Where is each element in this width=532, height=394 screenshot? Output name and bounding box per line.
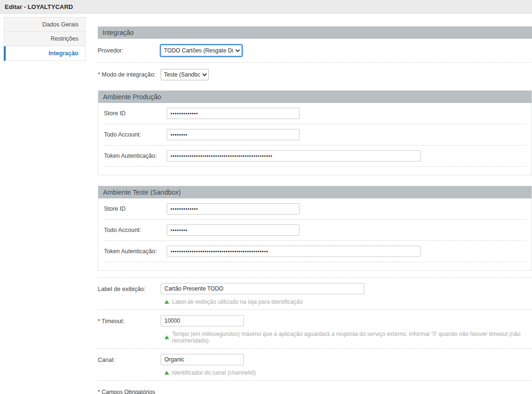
teste-todo-account-input[interactable] <box>167 224 300 236</box>
teste-token-row: Token Autenticação: <box>104 241 526 262</box>
teste-todo-account-row: Todo Account: <box>104 220 526 241</box>
producao-store-id-input[interactable] <box>167 108 300 119</box>
producao-todo-account-row: Todo Account: <box>104 124 526 146</box>
sidebar-item-integracao[interactable]: Integração <box>4 46 86 61</box>
producao-todo-account-label: Todo Account: <box>104 131 167 138</box>
panel-producao-header: Ambiente Produção <box>98 91 532 103</box>
panel-teste-header: Ambiente Teste (Sandbox) <box>98 186 532 198</box>
label-exibicao-row: Label de exibição: Label de exibição uti… <box>98 277 532 310</box>
timeout-control: Tempo (em milissegundos) máximo que a ap… <box>161 315 532 344</box>
topbar: Editar - LOYALTYCARD <box>0 0 532 14</box>
canal-hint-text: Identificador do canal (channelId) <box>172 369 256 376</box>
modo-integracao-label: * Modo de integração: <box>98 71 161 78</box>
canal-row: Canal: Identificador do canal (channelId… <box>98 349 532 381</box>
timeout-hint-text: Tempo (em milissegundos) máximo que a ap… <box>172 331 532 344</box>
producao-store-id-label: Store ID <box>104 110 167 117</box>
producao-token-row: Token Autenticação: <box>104 146 526 167</box>
canal-control: Identificador do canal (channelId) <box>161 354 256 376</box>
provedor-select[interactable]: TODO Cartões (Resgate Digital) <box>161 45 242 56</box>
canal-input[interactable] <box>161 354 244 365</box>
provedor-label: Provedor: <box>98 47 161 54</box>
label-exibicao-label: Label de exibição: <box>98 283 161 292</box>
panel-producao-body: Store ID Todo Account: Token Autenticaçã… <box>98 103 532 175</box>
panel-teste-body: Store ID Todo Account: Token Autenticaçã… <box>98 198 532 270</box>
producao-todo-account-input[interactable] <box>167 129 300 140</box>
teste-token-label: Token Autenticação: <box>104 248 167 255</box>
canal-hint: Identificador do canal (channelId) <box>161 369 256 376</box>
required-fields-note: * Campos Obrigatórios <box>98 389 532 394</box>
label-exibicao-hint: Label de exibição utilizado na loja para… <box>161 299 364 305</box>
timeout-label: * Timeout: <box>98 315 161 325</box>
sidebar: Dados Gerais Restrições Integração <box>4 17 86 61</box>
panel-ambiente-teste: Ambiente Teste (Sandbox) Store ID Todo A… <box>98 186 532 271</box>
label-exibicao-hint-text: Label de exibição utilizado na loja para… <box>172 299 303 305</box>
canal-label: Canal: <box>98 354 161 363</box>
timeout-row: * Timeout: Tempo (em milissegundos) máxi… <box>98 310 532 349</box>
teste-store-id-input[interactable] <box>167 203 300 214</box>
producao-token-label: Token Autenticação: <box>104 153 167 159</box>
label-exibicao-input[interactable] <box>161 283 364 294</box>
timeout-hint: Tempo (em milissegundos) máximo que a ap… <box>161 331 532 344</box>
layout: Dados Gerais Restrições Integração Integ… <box>0 14 532 394</box>
extra-fields: Label de exibição: Label de exibição uti… <box>98 277 532 381</box>
producao-store-id-row: Store ID <box>104 103 526 124</box>
hint-arrow-icon <box>164 335 169 339</box>
panel-ambiente-producao: Ambiente Produção Store ID Todo Account:… <box>98 90 532 175</box>
modo-integracao-row: * Modo de integração: Teste (Sandbox) <box>98 63 532 86</box>
label-exibicao-control: Label de exibição utilizado na loja para… <box>161 283 364 305</box>
teste-store-id-label: Store ID <box>104 206 167 212</box>
timeout-input[interactable] <box>161 315 244 326</box>
modo-integracao-select[interactable]: Teste (Sandbox) <box>161 69 209 80</box>
teste-token-input[interactable] <box>167 246 420 257</box>
section-header-integracao: Integração <box>98 26 532 39</box>
provedor-row: Provedor: TODO Cartões (Resgate Digital) <box>98 39 532 63</box>
page-title: Editar - LOYALTYCARD <box>5 3 73 10</box>
sidebar-item-restricoes[interactable]: Restrições <box>4 32 86 46</box>
sidebar-item-dados-gerais[interactable]: Dados Gerais <box>4 17 86 32</box>
producao-token-input[interactable] <box>167 150 420 162</box>
hint-arrow-icon <box>164 300 169 304</box>
hint-arrow-icon <box>164 371 169 375</box>
teste-todo-account-label: Todo Account: <box>104 227 167 233</box>
main-content: Integração Provedor: TODO Cartões (Resga… <box>98 26 532 394</box>
teste-store-id-row: Store ID <box>104 198 526 220</box>
